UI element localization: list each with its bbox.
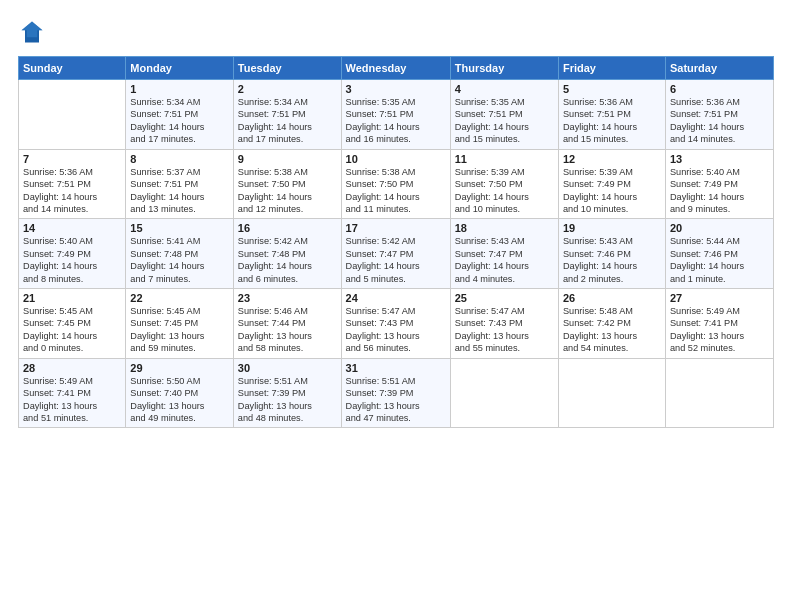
calendar-cell: 7Sunrise: 5:36 AM Sunset: 7:51 PM Daylig… xyxy=(19,149,126,219)
calendar-cell: 28Sunrise: 5:49 AM Sunset: 7:41 PM Dayli… xyxy=(19,358,126,428)
day-info: Sunrise: 5:48 AM Sunset: 7:42 PM Dayligh… xyxy=(563,305,661,355)
day-info: Sunrise: 5:34 AM Sunset: 7:51 PM Dayligh… xyxy=(130,96,229,146)
day-info: Sunrise: 5:34 AM Sunset: 7:51 PM Dayligh… xyxy=(238,96,337,146)
day-number: 10 xyxy=(346,153,446,165)
day-number: 23 xyxy=(238,292,337,304)
day-info: Sunrise: 5:35 AM Sunset: 7:51 PM Dayligh… xyxy=(346,96,446,146)
day-number: 18 xyxy=(455,222,554,234)
day-number: 29 xyxy=(130,362,229,374)
day-number: 14 xyxy=(23,222,121,234)
header-cell-thursday: Thursday xyxy=(450,57,558,80)
day-number: 30 xyxy=(238,362,337,374)
day-number: 21 xyxy=(23,292,121,304)
day-info: Sunrise: 5:42 AM Sunset: 7:47 PM Dayligh… xyxy=(346,235,446,285)
day-info: Sunrise: 5:37 AM Sunset: 7:51 PM Dayligh… xyxy=(130,166,229,216)
calendar-cell: 12Sunrise: 5:39 AM Sunset: 7:49 PM Dayli… xyxy=(558,149,665,219)
day-number: 26 xyxy=(563,292,661,304)
day-number: 24 xyxy=(346,292,446,304)
day-info: Sunrise: 5:43 AM Sunset: 7:46 PM Dayligh… xyxy=(563,235,661,285)
calendar-cell: 29Sunrise: 5:50 AM Sunset: 7:40 PM Dayli… xyxy=(126,358,234,428)
calendar-cell: 13Sunrise: 5:40 AM Sunset: 7:49 PM Dayli… xyxy=(665,149,773,219)
calendar-cell: 2Sunrise: 5:34 AM Sunset: 7:51 PM Daylig… xyxy=(233,80,341,150)
calendar-header-row: SundayMondayTuesdayWednesdayThursdayFrid… xyxy=(19,57,774,80)
calendar-cell: 17Sunrise: 5:42 AM Sunset: 7:47 PM Dayli… xyxy=(341,219,450,289)
calendar-cell: 10Sunrise: 5:38 AM Sunset: 7:50 PM Dayli… xyxy=(341,149,450,219)
day-number: 7 xyxy=(23,153,121,165)
day-number: 12 xyxy=(563,153,661,165)
calendar-cell xyxy=(19,80,126,150)
calendar-cell: 21Sunrise: 5:45 AM Sunset: 7:45 PM Dayli… xyxy=(19,289,126,359)
day-info: Sunrise: 5:39 AM Sunset: 7:50 PM Dayligh… xyxy=(455,166,554,216)
day-info: Sunrise: 5:43 AM Sunset: 7:47 PM Dayligh… xyxy=(455,235,554,285)
calendar-cell: 4Sunrise: 5:35 AM Sunset: 7:51 PM Daylig… xyxy=(450,80,558,150)
day-info: Sunrise: 5:38 AM Sunset: 7:50 PM Dayligh… xyxy=(238,166,337,216)
calendar-cell: 14Sunrise: 5:40 AM Sunset: 7:49 PM Dayli… xyxy=(19,219,126,289)
calendar-cell: 5Sunrise: 5:36 AM Sunset: 7:51 PM Daylig… xyxy=(558,80,665,150)
calendar-cell xyxy=(665,358,773,428)
calendar-cell: 27Sunrise: 5:49 AM Sunset: 7:41 PM Dayli… xyxy=(665,289,773,359)
calendar-cell: 3Sunrise: 5:35 AM Sunset: 7:51 PM Daylig… xyxy=(341,80,450,150)
day-info: Sunrise: 5:51 AM Sunset: 7:39 PM Dayligh… xyxy=(346,375,446,425)
day-info: Sunrise: 5:44 AM Sunset: 7:46 PM Dayligh… xyxy=(670,235,769,285)
day-info: Sunrise: 5:47 AM Sunset: 7:43 PM Dayligh… xyxy=(346,305,446,355)
day-number: 19 xyxy=(563,222,661,234)
calendar-week-row: 7Sunrise: 5:36 AM Sunset: 7:51 PM Daylig… xyxy=(19,149,774,219)
header-cell-sunday: Sunday xyxy=(19,57,126,80)
calendar-cell xyxy=(450,358,558,428)
calendar-cell: 20Sunrise: 5:44 AM Sunset: 7:46 PM Dayli… xyxy=(665,219,773,289)
day-number: 28 xyxy=(23,362,121,374)
logo-icon xyxy=(18,18,46,46)
day-number: 6 xyxy=(670,83,769,95)
calendar-cell: 30Sunrise: 5:51 AM Sunset: 7:39 PM Dayli… xyxy=(233,358,341,428)
day-number: 13 xyxy=(670,153,769,165)
calendar-table: SundayMondayTuesdayWednesdayThursdayFrid… xyxy=(18,56,774,428)
day-info: Sunrise: 5:40 AM Sunset: 7:49 PM Dayligh… xyxy=(23,235,121,285)
day-number: 8 xyxy=(130,153,229,165)
calendar-week-row: 1Sunrise: 5:34 AM Sunset: 7:51 PM Daylig… xyxy=(19,80,774,150)
page: SundayMondayTuesdayWednesdayThursdayFrid… xyxy=(0,0,792,612)
day-number: 27 xyxy=(670,292,769,304)
day-info: Sunrise: 5:42 AM Sunset: 7:48 PM Dayligh… xyxy=(238,235,337,285)
calendar-cell: 22Sunrise: 5:45 AM Sunset: 7:45 PM Dayli… xyxy=(126,289,234,359)
calendar-cell: 11Sunrise: 5:39 AM Sunset: 7:50 PM Dayli… xyxy=(450,149,558,219)
day-info: Sunrise: 5:40 AM Sunset: 7:49 PM Dayligh… xyxy=(670,166,769,216)
header-cell-tuesday: Tuesday xyxy=(233,57,341,80)
calendar-cell: 25Sunrise: 5:47 AM Sunset: 7:43 PM Dayli… xyxy=(450,289,558,359)
calendar-cell: 6Sunrise: 5:36 AM Sunset: 7:51 PM Daylig… xyxy=(665,80,773,150)
day-info: Sunrise: 5:45 AM Sunset: 7:45 PM Dayligh… xyxy=(23,305,121,355)
header-cell-friday: Friday xyxy=(558,57,665,80)
day-number: 4 xyxy=(455,83,554,95)
day-info: Sunrise: 5:50 AM Sunset: 7:40 PM Dayligh… xyxy=(130,375,229,425)
calendar-cell: 8Sunrise: 5:37 AM Sunset: 7:51 PM Daylig… xyxy=(126,149,234,219)
day-info: Sunrise: 5:49 AM Sunset: 7:41 PM Dayligh… xyxy=(23,375,121,425)
calendar-cell: 26Sunrise: 5:48 AM Sunset: 7:42 PM Dayli… xyxy=(558,289,665,359)
day-info: Sunrise: 5:36 AM Sunset: 7:51 PM Dayligh… xyxy=(670,96,769,146)
svg-marker-1 xyxy=(22,22,43,38)
calendar-cell: 31Sunrise: 5:51 AM Sunset: 7:39 PM Dayli… xyxy=(341,358,450,428)
day-info: Sunrise: 5:36 AM Sunset: 7:51 PM Dayligh… xyxy=(563,96,661,146)
day-number: 17 xyxy=(346,222,446,234)
day-info: Sunrise: 5:47 AM Sunset: 7:43 PM Dayligh… xyxy=(455,305,554,355)
calendar-cell: 23Sunrise: 5:46 AM Sunset: 7:44 PM Dayli… xyxy=(233,289,341,359)
day-number: 31 xyxy=(346,362,446,374)
logo xyxy=(18,18,50,46)
calendar-week-row: 21Sunrise: 5:45 AM Sunset: 7:45 PM Dayli… xyxy=(19,289,774,359)
calendar-cell xyxy=(558,358,665,428)
day-info: Sunrise: 5:36 AM Sunset: 7:51 PM Dayligh… xyxy=(23,166,121,216)
day-number: 3 xyxy=(346,83,446,95)
calendar-cell: 18Sunrise: 5:43 AM Sunset: 7:47 PM Dayli… xyxy=(450,219,558,289)
day-info: Sunrise: 5:41 AM Sunset: 7:48 PM Dayligh… xyxy=(130,235,229,285)
day-number: 22 xyxy=(130,292,229,304)
day-info: Sunrise: 5:35 AM Sunset: 7:51 PM Dayligh… xyxy=(455,96,554,146)
calendar-cell: 15Sunrise: 5:41 AM Sunset: 7:48 PM Dayli… xyxy=(126,219,234,289)
day-info: Sunrise: 5:51 AM Sunset: 7:39 PM Dayligh… xyxy=(238,375,337,425)
header-cell-saturday: Saturday xyxy=(665,57,773,80)
day-info: Sunrise: 5:39 AM Sunset: 7:49 PM Dayligh… xyxy=(563,166,661,216)
day-number: 9 xyxy=(238,153,337,165)
header-cell-wednesday: Wednesday xyxy=(341,57,450,80)
calendar-cell: 9Sunrise: 5:38 AM Sunset: 7:50 PM Daylig… xyxy=(233,149,341,219)
day-number: 15 xyxy=(130,222,229,234)
day-number: 2 xyxy=(238,83,337,95)
calendar-week-row: 28Sunrise: 5:49 AM Sunset: 7:41 PM Dayli… xyxy=(19,358,774,428)
day-info: Sunrise: 5:46 AM Sunset: 7:44 PM Dayligh… xyxy=(238,305,337,355)
